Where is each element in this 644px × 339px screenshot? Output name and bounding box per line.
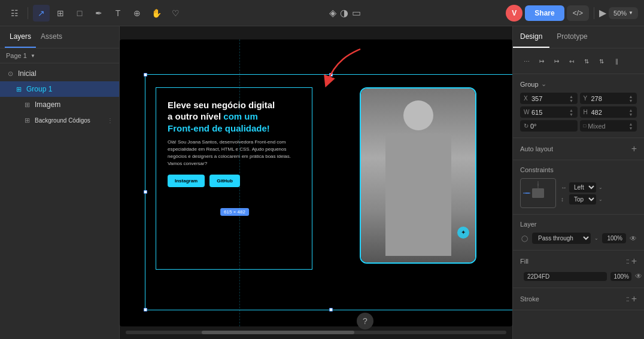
person-silhouette: [373, 94, 463, 256]
align-bottom-button[interactable]: ⇅: [595, 54, 608, 68]
layers-tab-label: Layers: [10, 32, 31, 41]
hero-title-highlight: com um: [223, 111, 258, 121]
angle-input[interactable]: [530, 123, 574, 130]
canvas-horizontal-scrollbar[interactable]: [126, 331, 506, 334]
layer-controls-row: ◯ Pass through ⌄ 👁: [520, 233, 637, 244]
canvas-scrollbar-thumb[interactable]: [202, 331, 354, 334]
w-label: W: [524, 109, 530, 115]
constraint-inner: [532, 188, 544, 198]
h-input[interactable]: [591, 109, 627, 116]
github-button[interactable]: GitHub: [209, 175, 240, 187]
stroke-dots-icon[interactable]: ::: [626, 295, 629, 303]
tab-assets[interactable]: Assets: [36, 26, 67, 48]
layer-inicial-label: Inicial: [18, 69, 113, 78]
canvas-inner: Eleve seu negócio digital a outro nível …: [120, 26, 512, 339]
tab-design[interactable]: Design: [513, 26, 549, 48]
right-panel: Design Prototype ⋯ ↦ ↦ ↤ ⇅ ⇅ ∥ Group ⌄: [512, 26, 644, 339]
right-tabs: Design Prototype: [513, 26, 644, 48]
fill-add-button[interactable]: +: [631, 256, 637, 266]
move-tool-button[interactable]: ↗: [33, 5, 50, 22]
zoom-label: 50%: [613, 10, 627, 17]
share-button[interactable]: Share: [525, 5, 564, 21]
angle-input-wrap: ↻: [520, 120, 578, 132]
layer-item-imagem[interactable]: ⊞ Imagem: [0, 97, 119, 112]
hero-title-line2: a outro nível: [168, 111, 223, 121]
constraint-h-select[interactable]: Left: [569, 182, 596, 193]
h-label: H: [584, 109, 590, 115]
corner-stepper[interactable]: ▲▼: [628, 122, 633, 130]
pen-tool-button[interactable]: ✒: [90, 5, 107, 22]
size-label: 615 × 482: [220, 208, 249, 216]
hero-title-line3: Front-end de qualidade!: [168, 123, 270, 133]
layer-item-background[interactable]: ⊞ Background Códigos ⋮: [0, 112, 119, 128]
align-right-button[interactable]: ↦: [550, 54, 563, 68]
h-input-wrap: H ▲▼: [580, 106, 637, 118]
align-top-button[interactable]: ↤: [565, 54, 578, 68]
hand-tool-button[interactable]: ✋: [148, 5, 165, 22]
menu-button[interactable]: ☷: [6, 5, 23, 22]
fill-opacity-input[interactable]: [610, 272, 631, 281]
page-selector[interactable]: Page 1 ▼: [0, 48, 119, 63]
layer-opacity-input[interactable]: [602, 233, 626, 243]
layer-item-group1[interactable]: ⊞ Group 1: [0, 81, 119, 97]
hero-title: Eleve seu negócio digital a outro nível …: [168, 99, 302, 135]
zoom-button[interactable]: 50% ▼: [609, 7, 638, 19]
constraints-label: Constraints: [520, 166, 554, 173]
canvas-area[interactable]: Eleve seu negócio digital a outro nível …: [120, 26, 512, 339]
stroke-add-button[interactable]: +: [631, 294, 637, 304]
h-stepper[interactable]: ▲▼: [628, 108, 633, 116]
inicial-icon: ⊙: [6, 70, 14, 78]
y-input[interactable]: [591, 95, 627, 102]
code-button[interactable]: </>: [567, 5, 589, 21]
constraint-v-select[interactable]: Top: [569, 194, 596, 204]
constraint-diagram: [520, 178, 556, 208]
comment-icon: ♡: [172, 8, 180, 18]
user-avatar[interactable]: V: [506, 5, 523, 22]
stroke-section-header: Stroke :: +: [520, 294, 637, 304]
group1-icon: ⊞: [14, 85, 23, 93]
fill-section-header: Fill :: +: [520, 256, 637, 266]
auto-layout-add-button[interactable]: +: [631, 144, 637, 154]
code-icon: </>: [573, 9, 583, 17]
comment-tool-button[interactable]: ♡: [167, 5, 184, 22]
x-stepper[interactable]: ▲▼: [569, 94, 574, 102]
play-button[interactable]: ▶: [599, 7, 606, 19]
layer-imagem-label: Imagem: [35, 100, 113, 109]
design-frame: Eleve seu negócio digital a outro nível …: [120, 39, 512, 326]
align-center-h-button[interactable]: ↦: [535, 54, 548, 68]
hero-text-section: Eleve seu negócio digital a outro nível …: [160, 92, 309, 195]
tab-layers[interactable]: Layers: [5, 26, 36, 48]
layer-item-inicial[interactable]: ⊙ Inicial: [0, 66, 119, 81]
distribute-h-button[interactable]: ∥: [610, 54, 623, 68]
fill-hex-input[interactable]: [524, 272, 607, 281]
align-center-v-button[interactable]: ⇅: [580, 54, 593, 68]
instagram-button[interactable]: Instagram: [168, 175, 205, 187]
help-button[interactable]: ?: [357, 313, 373, 329]
constraint-h-icon: ↔: [561, 184, 567, 191]
constraint-left-line: [523, 193, 529, 194]
layer-eye-icon[interactable]: 👁: [630, 234, 637, 243]
tab-prototype[interactable]: Prototype: [549, 26, 594, 48]
constraints-section: Constraints ↔ Left ⌄: [513, 160, 644, 215]
shape-tool-button[interactable]: □: [71, 5, 88, 22]
constraint-v-icon: ↕: [561, 196, 567, 203]
fill-dots-icon[interactable]: ::: [626, 257, 629, 265]
frame-tool-button[interactable]: ⊞: [52, 5, 69, 22]
w-input[interactable]: [531, 109, 567, 116]
x-input[interactable]: [531, 95, 567, 102]
constraint-top-line: [538, 181, 539, 186]
align-left-button[interactable]: ⋯: [520, 54, 533, 68]
y-stepper[interactable]: ▲▼: [628, 94, 633, 102]
corner-input[interactable]: [588, 123, 627, 130]
stroke-section: Stroke :: +: [513, 288, 644, 310]
w-stepper[interactable]: ▲▼: [569, 108, 574, 116]
text-tool-button[interactable]: T: [110, 5, 126, 22]
layer-mode-select[interactable]: Pass through: [532, 233, 591, 244]
constraints-visual: ↔ Left ⌄ ↕ Top ⌄: [520, 178, 637, 208]
handle-l: [144, 190, 147, 194]
fill-header-actions: :: +: [626, 256, 637, 266]
position-section: Group ⌄ X ▲▼ Y ▲▼: [513, 74, 644, 138]
y-label: Y: [584, 95, 590, 102]
components-tool-button[interactable]: ⊕: [129, 5, 145, 22]
fill-eye-icon[interactable]: 👁: [635, 272, 642, 280]
